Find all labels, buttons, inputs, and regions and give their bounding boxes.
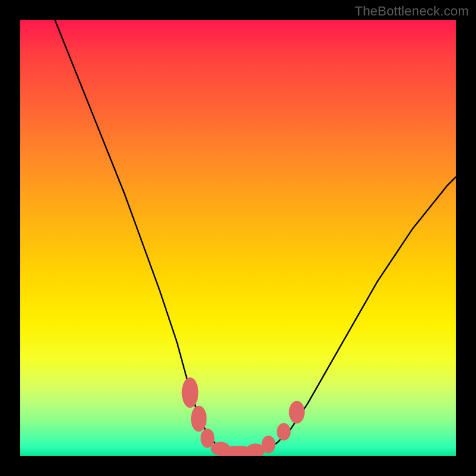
- bottleneck-curve: [20, 20, 456, 456]
- watermark-text: TheBottleneck.com: [355, 4, 469, 19]
- curve-marker: [289, 401, 305, 424]
- curve-marker: [262, 436, 275, 453]
- curve-marker: [182, 377, 199, 408]
- plot-area: [20, 20, 456, 456]
- curve-marker: [191, 406, 206, 432]
- curve-marker: [277, 423, 290, 440]
- curve-path: [55, 20, 456, 455]
- chart-frame: TheBottleneck.com: [0, 0, 476, 476]
- curve-marker: [201, 429, 214, 448]
